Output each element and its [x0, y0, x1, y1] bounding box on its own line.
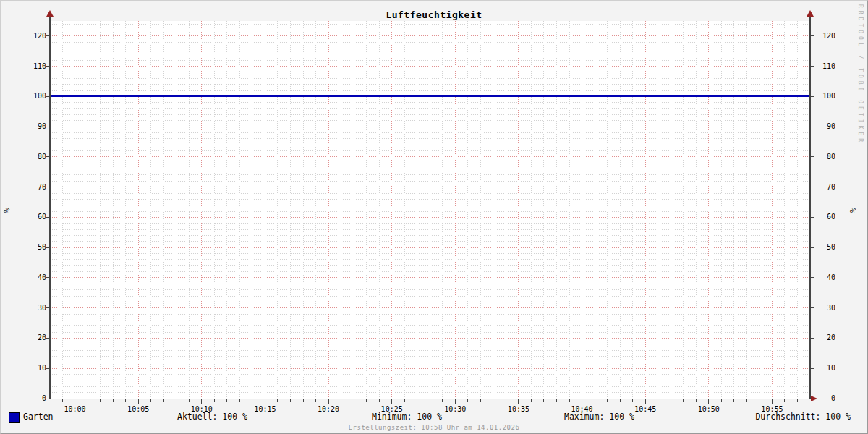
gridline-v-minor: [113, 21, 114, 399]
legend-series-label: Garten: [23, 412, 54, 422]
y-tick-label-left: 100: [16, 92, 46, 101]
gridline-v-minor: [290, 21, 291, 399]
x-tick-minor: [379, 399, 380, 402]
x-tick-minor: [683, 399, 684, 402]
x-tick-minor: [176, 399, 176, 402]
gridline-v-minor: [671, 21, 671, 399]
stat-minimum: Minimum: 100 %: [372, 412, 442, 422]
y-tick-label-right: 50: [814, 243, 835, 252]
x-tick-major: [582, 399, 582, 404]
stat-aktuell: Aktuell: 100 %: [177, 412, 247, 422]
x-tick-minor: [62, 399, 63, 402]
x-tick-minor: [430, 399, 430, 402]
x-tick-minor: [607, 399, 608, 402]
gridline-v-major: [518, 21, 519, 399]
x-tick-minor: [252, 399, 252, 402]
x-tick-major: [265, 399, 265, 404]
x-tick-minor: [620, 399, 621, 402]
x-tick-minor: [88, 399, 88, 402]
gridline-v-minor: [417, 21, 417, 399]
x-tick-minor: [366, 399, 367, 402]
gridline-v-minor: [733, 21, 734, 399]
y-tick-label-left: 90: [16, 122, 46, 131]
gridline-v-major: [708, 21, 709, 399]
y-tick-label-right: 110: [814, 62, 835, 71]
y-axis-left-arrow-icon: [46, 10, 54, 17]
stat-maximum: Maximum: 100 %: [564, 412, 634, 422]
gridline-v-minor: [683, 21, 684, 399]
y-tick-right: [811, 35, 814, 36]
gridline-v-minor: [480, 21, 481, 399]
x-tick-minor: [226, 399, 227, 402]
y-axis-right-arrow-icon: [807, 10, 814, 17]
gridline-v-minor: [214, 21, 215, 399]
x-tick-minor: [721, 399, 722, 402]
gridline-v-minor: [620, 21, 621, 399]
y-tick-right: [811, 338, 814, 339]
gridline-v-minor: [543, 21, 544, 399]
gridline-v-major: [582, 21, 582, 399]
y-tick-label-left: 40: [16, 273, 46, 282]
x-tick-minor: [671, 399, 671, 402]
y-axis-unit-right: %: [848, 205, 859, 216]
y-tick-label-right: 40: [814, 273, 835, 282]
y-tick-label-right: 0: [814, 394, 835, 403]
x-tick-minor: [569, 399, 570, 402]
y-tick-label-left: 70: [16, 183, 46, 192]
gridline-v-minor: [607, 21, 608, 399]
y-tick-label-left: 80: [16, 153, 46, 161]
x-tick-major: [75, 399, 75, 404]
gridline-v-minor: [696, 21, 697, 399]
gridline-v-minor: [746, 21, 747, 399]
x-tick-minor: [189, 399, 190, 402]
x-tick-major: [645, 399, 646, 404]
gridline-v-minor: [658, 21, 658, 399]
gridline-v-minor: [176, 21, 176, 399]
y-tick-label-left: 60: [16, 213, 46, 221]
gridline-v-minor: [506, 21, 506, 399]
x-tick-label: 10:15: [249, 404, 281, 414]
x-tick-minor: [303, 399, 304, 402]
x-tick-minor: [404, 399, 405, 402]
gridline-v-minor: [303, 21, 304, 399]
x-tick-minor: [417, 399, 417, 402]
y-axis-right: [809, 16, 811, 399]
y-tick-right: [811, 187, 814, 187]
x-tick-label: 10:30: [439, 404, 471, 414]
gridline-v-minor: [354, 21, 354, 399]
y-tick-right: [811, 127, 814, 127]
x-tick-major: [391, 399, 392, 404]
x-tick-label: 10:20: [312, 404, 344, 414]
gridline-v-minor: [62, 21, 63, 399]
gridline-v-minor: [595, 21, 595, 399]
x-tick-minor: [341, 399, 341, 402]
x-tick-minor: [556, 399, 557, 402]
gridline-v-minor: [404, 21, 405, 399]
y-tick-right: [811, 368, 814, 369]
legend-swatch: [9, 412, 20, 423]
gridline-v-major: [265, 21, 265, 399]
gridline-v-major: [75, 21, 75, 399]
x-tick-minor: [163, 399, 164, 402]
x-tick-minor: [354, 399, 354, 402]
y-tick-label-left: 110: [16, 62, 46, 71]
x-tick-label: 10:00: [59, 404, 91, 414]
gridline-v-minor: [226, 21, 227, 399]
gridline-v-minor: [493, 21, 493, 399]
x-tick-minor: [632, 399, 633, 402]
gridline-v-minor: [430, 21, 430, 399]
x-tick-minor: [696, 399, 697, 402]
x-tick-major: [138, 399, 139, 404]
x-tick-minor: [746, 399, 747, 402]
gridline-v-minor: [531, 21, 532, 399]
rrdtool-watermark: RRDTOOL / TOBI OETIKER: [857, 4, 864, 145]
gridline-v-minor: [632, 21, 633, 399]
x-tick-minor: [784, 399, 785, 402]
y-tick-label-right: 90: [814, 122, 835, 131]
gridline-v-minor: [569, 21, 570, 399]
creation-timestamp: Erstellungszeit: 10:58 Uhr am 14.01.2026: [1, 424, 867, 431]
x-tick-minor: [797, 399, 798, 402]
x-tick-minor: [759, 399, 760, 402]
x-tick-minor: [150, 399, 151, 402]
y-tick-label-right: 60: [814, 213, 835, 221]
